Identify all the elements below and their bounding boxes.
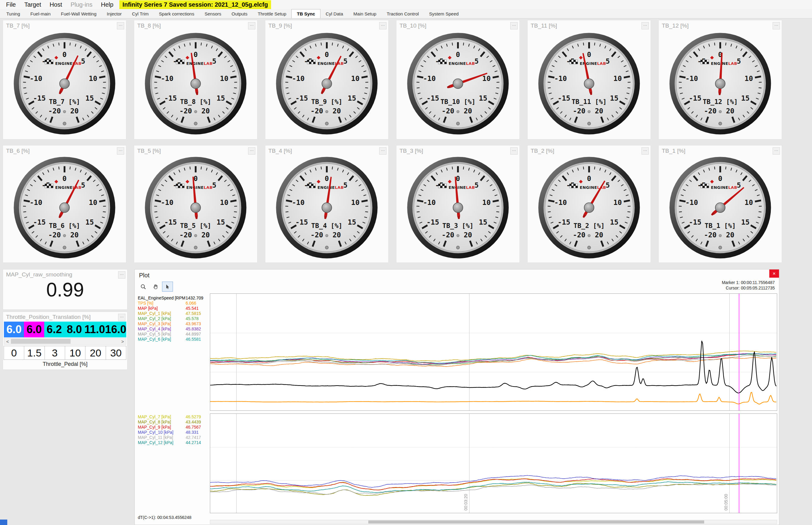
- legend-series-name: MAP_Cyl_11 [kPa]: [138, 435, 173, 440]
- tab-main-setup[interactable]: Main Setup: [348, 10, 381, 18]
- scroll-right-arrow[interactable]: >: [119, 339, 126, 344]
- legend-item[interactable]: MAP_Cyl_5 [kPa]44.8997: [138, 332, 209, 337]
- legend-series-name: MAP_Cyl_8 [kPa]: [138, 420, 171, 424]
- legend-series-name: MAP_Cyl_10 [kPa]: [138, 430, 174, 435]
- tab-traction-control[interactable]: Traction Control: [381, 10, 424, 18]
- tab-spark-corrections[interactable]: Spark corrections: [154, 10, 200, 18]
- throttle-pedal-cell[interactable]: 30: [106, 346, 126, 360]
- tab-fuel-wall-wetting[interactable]: Fuel-Wall Wetting: [56, 10, 102, 18]
- svg-text:15: 15: [85, 94, 94, 102]
- svg-text:TB_10 [%]: TB_10 [%]: [440, 98, 475, 105]
- throttle-pedal-cell[interactable]: 10: [65, 346, 85, 360]
- svg-text:ENGINELAB: ENGINELAB: [55, 185, 81, 190]
- legend-item[interactable]: MAP_Cyl_12 [kPa]44.2714: [138, 440, 209, 445]
- map-smoothing-value: 0.99: [3, 279, 127, 301]
- plot-canvas-bottom[interactable]: [210, 414, 777, 513]
- tab-system-speed[interactable]: System Speed: [424, 10, 464, 18]
- menu-target[interactable]: Target: [20, 1, 45, 9]
- app-root: FileTargetHostPlug-insHelp Infinity Seri…: [0, 0, 812, 525]
- pan-tool-button[interactable]: [150, 282, 161, 291]
- svg-text:20: 20: [70, 107, 79, 115]
- throttle-translation-cell[interactable]: 6.2: [44, 321, 64, 338]
- gauge-options-button[interactable]: ⋯: [379, 147, 387, 154]
- gauge-options-button[interactable]: ⋯: [117, 22, 124, 29]
- tab-sensors[interactable]: Sensors: [199, 10, 226, 18]
- plot-scrollbar[interactable]: [210, 520, 777, 524]
- legend-item[interactable]: MAP_Cyl_11 [kPa]42.7417: [138, 435, 209, 440]
- legend-item[interactable]: MAP_Cyl_1 [kPa]47.5815: [138, 311, 209, 316]
- legend-item[interactable]: MAP_Cyl_3 [kPa]43.9673: [138, 321, 209, 327]
- panel-options-button[interactable]: ⋯: [118, 271, 125, 279]
- svg-text:-15: -15: [295, 94, 308, 102]
- tab-cyl-trim[interactable]: Cyl Trim: [127, 10, 154, 18]
- close-icon[interactable]: ×: [769, 269, 779, 278]
- legend-item[interactable]: MAP [kPa]45.541: [138, 306, 209, 311]
- throttle-translation-cell[interactable]: 6.0: [4, 321, 24, 338]
- plot-area-top[interactable]: [210, 294, 777, 411]
- legend-item[interactable]: MAP_Cyl_9 [kPa]46.7567: [138, 425, 209, 430]
- legend-item[interactable]: MAP_Cyl_2 [kPa]45.578: [138, 316, 209, 321]
- gauge-options-button[interactable]: ⋯: [117, 147, 124, 154]
- legend-series-value: 46.5581: [186, 337, 201, 342]
- svg-text:5: 5: [343, 57, 348, 65]
- gauge-options-button[interactable]: ⋯: [772, 147, 780, 154]
- legend-item[interactable]: EAL_EngineSpeed [RPM1432.709: [138, 296, 209, 301]
- gauge-options-button[interactable]: ⋯: [641, 147, 649, 154]
- cursor-tool-button[interactable]: [162, 282, 173, 291]
- gauge-options-button[interactable]: ⋯: [641, 22, 649, 29]
- zoom-tool-button[interactable]: [138, 282, 149, 291]
- cursor-arrow-icon: [165, 284, 171, 290]
- menu-help[interactable]: Help: [97, 1, 118, 9]
- gauge-options-button[interactable]: ⋯: [772, 22, 780, 29]
- panel-options-button[interactable]: ⋯: [118, 314, 125, 321]
- tab-injector[interactable]: Injector: [102, 10, 127, 18]
- throttle-translation-cell[interactable]: 16.0: [105, 321, 126, 338]
- legend-item[interactable]: MAP_Cyl_7 [kPa]46.5279: [138, 414, 209, 420]
- scrollbar-track[interactable]: [11, 338, 119, 344]
- gauge-options-button[interactable]: ⋯: [248, 22, 255, 29]
- throttle-scrollbar[interactable]: < >: [4, 338, 126, 345]
- gauge-options-button[interactable]: ⋯: [510, 147, 518, 154]
- gauge-panel-tb-5-: TB_5 [%]⋯-20-15-10-505101520ENGINELABTB_…: [134, 145, 257, 263]
- scrollbar-thumb[interactable]: [11, 339, 71, 344]
- legend-series-name: MAP_Cyl_4 [kPa]: [138, 327, 171, 331]
- legend-item[interactable]: MAP_Cyl_6 [kPa]46.5581: [138, 337, 209, 342]
- tab-cyl-data[interactable]: Cyl Data: [321, 10, 348, 18]
- tab-outputs[interactable]: Outputs: [227, 10, 253, 18]
- svg-text:5: 5: [81, 181, 85, 189]
- throttle-translation-cell[interactable]: 11.0: [84, 321, 105, 338]
- menu-file[interactable]: File: [2, 1, 20, 9]
- legend-item[interactable]: MAP_Cyl_4 [kPa]45.8382: [138, 327, 209, 332]
- svg-text:5: 5: [212, 181, 217, 189]
- throttle-pedal-cell[interactable]: 3: [45, 346, 65, 360]
- plot-area-bottom[interactable]: [210, 414, 777, 513]
- gauge-title: TB_4 [%]: [268, 148, 292, 154]
- tab-throttle-setup[interactable]: Throttle Setup: [253, 10, 291, 18]
- tab-tuning[interactable]: Tuning: [1, 10, 25, 18]
- gauge-title: TB_12 [%]: [662, 22, 689, 29]
- throttle-pedal-cell[interactable]: 1.5: [24, 346, 45, 360]
- svg-text:15: 15: [85, 218, 94, 226]
- throttle-pedal-cell[interactable]: 0: [4, 346, 24, 360]
- svg-text:ENGINELAB: ENGINELAB: [317, 61, 344, 66]
- gauge-panel-tb-2-: TB_2 [%]⋯-20-15-10-505101520ENGINELABTB_…: [527, 145, 651, 263]
- throttle-pedal-cell[interactable]: 20: [85, 346, 106, 360]
- scroll-left-arrow[interactable]: <: [4, 339, 11, 344]
- plot-scrollbar-thumb[interactable]: [368, 521, 704, 524]
- gauge-header: TB_12 [%]⋯: [662, 22, 780, 29]
- gauge-options-button[interactable]: ⋯: [379, 22, 387, 29]
- gauge-options-button[interactable]: ⋯: [510, 22, 518, 29]
- plot-canvas-top[interactable]: [210, 294, 777, 410]
- legend-item[interactable]: MAP_Cyl_8 [kPa]43.4439: [138, 420, 209, 425]
- legend-item[interactable]: MAP_Cyl_10 [kPa]48.331: [138, 430, 209, 435]
- gauge-options-button[interactable]: ⋯: [248, 147, 255, 154]
- tab-tb-sync[interactable]: TB Sync: [291, 9, 321, 18]
- menu-plug-ins[interactable]: Plug-ins: [66, 1, 97, 9]
- tab-fuel-main[interactable]: Fuel-main: [25, 10, 56, 18]
- menu-host[interactable]: Host: [45, 1, 66, 9]
- throttle-translation-cell[interactable]: 8.0: [64, 321, 84, 338]
- legend-item[interactable]: TPS [%]6.066: [138, 301, 209, 306]
- svg-text:15: 15: [741, 94, 750, 102]
- throttle-translation-cell[interactable]: 6.0: [24, 321, 44, 338]
- svg-text:-10: -10: [30, 75, 42, 82]
